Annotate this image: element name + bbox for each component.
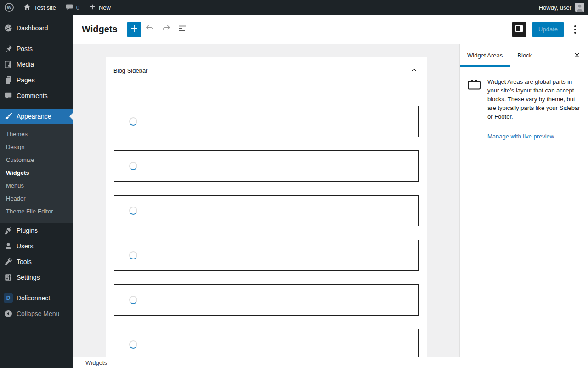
- comment-bubble-icon: [65, 3, 74, 12]
- sidebar-item-posts[interactable]: Posts: [0, 41, 74, 57]
- sidebar-item-doliconnect[interactable]: D Doliconnect: [0, 290, 74, 306]
- wordpress-logo-icon: W: [5, 3, 14, 12]
- widget-block-list: [106, 106, 427, 357]
- widget-block-placeholder[interactable]: [114, 329, 419, 357]
- widget-block-placeholder[interactable]: [114, 240, 419, 271]
- editor-canvas: Blog Sidebar: [74, 44, 459, 357]
- plus-icon: [129, 23, 140, 35]
- admin-bar-left: W Test site 0 New: [0, 0, 115, 15]
- settings-panel: Widget Areas Block Widget Areas are glob…: [459, 44, 588, 357]
- sidebar-item-media[interactable]: Media: [0, 57, 74, 72]
- document-overview-button[interactable]: [175, 21, 191, 38]
- chevron-up-icon: [409, 65, 418, 76]
- comment-count: 0: [76, 4, 79, 11]
- sidebar-item-tools[interactable]: Tools: [0, 254, 74, 270]
- editor-header-right: Update: [512, 22, 581, 37]
- sidebar-item-label: Posts: [17, 45, 33, 52]
- tab-widget-areas[interactable]: Widget Areas: [460, 44, 510, 67]
- collapse-menu-button[interactable]: Collapse Menu: [0, 306, 74, 322]
- block-inserter-button[interactable]: [127, 22, 141, 37]
- tab-block[interactable]: Block: [510, 44, 539, 67]
- submenu-item-theme-file-editor[interactable]: Theme File Editor: [0, 205, 74, 218]
- current-menu-arrow-icon: [69, 112, 74, 121]
- widget-area-title: Blog Sidebar: [113, 67, 147, 74]
- menu-separator: [0, 36, 74, 41]
- my-account-link[interactable]: Howdy, user: [539, 0, 588, 15]
- settings-sidebar-toggle[interactable]: [512, 22, 526, 37]
- paintbrush-icon: [4, 112, 13, 121]
- plus-icon: [89, 3, 96, 12]
- manage-live-preview-link[interactable]: Manage with live preview: [487, 133, 581, 140]
- undo-button[interactable]: [141, 21, 158, 38]
- update-button[interactable]: Update: [532, 22, 564, 37]
- sidebar-item-comments[interactable]: Comments: [0, 88, 74, 104]
- sidebar-item-label: Users: [17, 242, 34, 250]
- sidebar-item-label: Settings: [17, 274, 40, 281]
- collapse-arrow-icon: [4, 309, 13, 318]
- sidebar-item-label: Collapse Menu: [17, 310, 59, 317]
- loading-spinner-icon: [129, 340, 137, 349]
- submenu-item-design[interactable]: Design: [0, 141, 74, 154]
- appearance-submenu: Themes Design Customize Widgets Menus He…: [0, 124, 74, 223]
- avatar: [575, 3, 584, 12]
- undo-icon: [144, 23, 155, 35]
- wrench-icon: [4, 257, 13, 266]
- widget-block-placeholder[interactable]: [114, 284, 419, 316]
- sidebar-item-label: Doliconnect: [17, 294, 50, 302]
- submenu-item-themes[interactable]: Themes: [0, 128, 74, 141]
- sidebar-item-label: Appearance: [17, 113, 51, 120]
- site-name-link[interactable]: Test site: [18, 0, 61, 15]
- doliconnect-icon: D: [4, 293, 13, 303]
- list-view-icon: [177, 23, 188, 35]
- widget-area-icon: [467, 77, 481, 121]
- options-menu-button[interactable]: [570, 23, 581, 35]
- plug-icon: [4, 226, 13, 235]
- collapse-widget-area-button[interactable]: [408, 65, 419, 76]
- page-title: Widgets: [82, 24, 118, 34]
- widget-block-placeholder[interactable]: [114, 106, 419, 137]
- menu-separator: [0, 285, 74, 290]
- widget-area-header[interactable]: Blog Sidebar: [106, 58, 427, 76]
- wordpress-logo-menu[interactable]: W: [0, 0, 18, 15]
- sidebar-panel-icon: [514, 23, 525, 35]
- sidebar-item-label: Media: [17, 61, 34, 68]
- menu-separator: [0, 104, 74, 109]
- sidebar-item-label: Dashboard: [17, 24, 48, 32]
- settings-panel-tabs: Widget Areas Block: [460, 44, 588, 67]
- redo-button[interactable]: [158, 21, 175, 38]
- submenu-item-customize[interactable]: Customize: [0, 154, 74, 167]
- new-content-link[interactable]: New: [84, 0, 115, 15]
- close-settings-button[interactable]: [571, 50, 582, 61]
- sidebar-item-label: Pages: [17, 76, 35, 84]
- sidebar-item-dashboard[interactable]: Dashboard: [0, 20, 74, 36]
- editor-header: Widgets Update: [74, 15, 588, 44]
- widget-block-placeholder[interactable]: [114, 150, 419, 182]
- submenu-item-header[interactable]: Header: [0, 192, 74, 205]
- submenu-item-widgets[interactable]: Widgets: [0, 167, 74, 179]
- sidebar-item-users[interactable]: Users: [0, 238, 74, 254]
- loading-spinner-icon: [129, 117, 137, 126]
- redo-icon: [161, 23, 172, 35]
- howdy-label: Howdy, user: [539, 4, 571, 11]
- media-icon: [4, 60, 13, 69]
- widget-areas-description: Widget Areas are global parts in your si…: [487, 77, 581, 121]
- home-icon: [23, 3, 31, 12]
- widget-block-placeholder[interactable]: [114, 195, 419, 226]
- sidebar-item-label: Tools: [17, 258, 32, 265]
- comments-admin-link[interactable]: 0: [61, 0, 84, 15]
- new-label: New: [99, 4, 111, 11]
- submenu-item-menus[interactable]: Menus: [0, 179, 74, 192]
- sidebar-item-pages[interactable]: Pages: [0, 72, 74, 88]
- sidebar-item-appearance[interactable]: Appearance: [0, 109, 74, 124]
- loading-spinner-icon: [129, 162, 137, 170]
- admin-sidebar: Dashboard Posts Media Pages Comments App…: [0, 15, 74, 368]
- editor-footer: Widgets: [74, 357, 588, 368]
- sidebar-item-settings[interactable]: Settings: [0, 270, 74, 285]
- loading-spinner-icon: [129, 207, 137, 215]
- loading-spinner-icon: [129, 251, 137, 259]
- sidebar-item-plugins[interactable]: Plugins: [0, 223, 74, 238]
- sidebar-item-label: Plugins: [17, 227, 38, 234]
- user-icon: [4, 242, 13, 251]
- dashboard-icon: [4, 23, 13, 33]
- widget-area-card: Blog Sidebar: [106, 57, 427, 357]
